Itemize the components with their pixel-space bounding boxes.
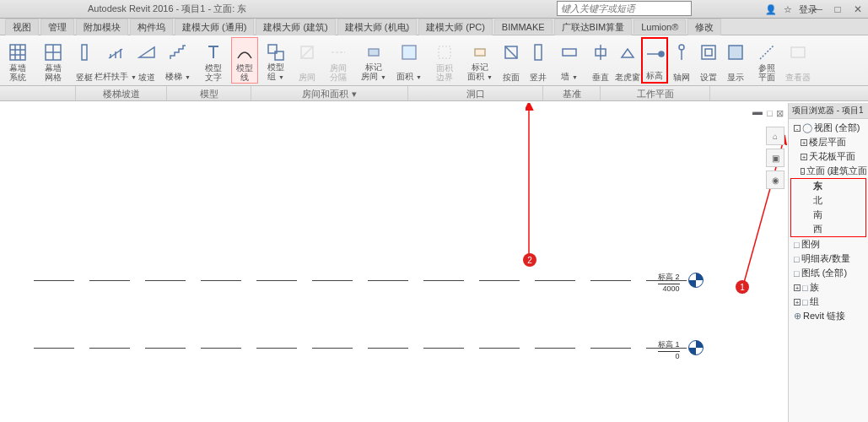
- expand-icon[interactable]: +: [801, 154, 807, 160]
- tree-item[interactable]: □明细表/数量: [790, 252, 866, 266]
- expand-icon[interactable]: +: [801, 139, 807, 146]
- ribbon-byface-button[interactable]: 按面: [498, 37, 525, 84]
- nav-wheel-icon[interactable]: ◉: [766, 170, 784, 189]
- level-line[interactable]: [34, 348, 702, 349]
- ribbon-rail-button[interactable]: 栏杆扶手 ▼: [98, 37, 133, 84]
- tab-建模大师 (机电)[interactable]: 建模大师 (机电): [337, 19, 417, 35]
- nav-home-icon[interactable]: ⌂: [766, 127, 784, 145]
- search-input[interactable]: [558, 3, 691, 14]
- expand-icon[interactable]: +: [794, 299, 801, 306]
- areabound-icon: [434, 42, 455, 62]
- tree-item[interactable]: 西: [790, 222, 866, 237]
- nav-cube-icon[interactable]: ▣: [766, 149, 784, 167]
- ribbon-set-button[interactable]: 设置: [695, 37, 722, 84]
- tree-item[interactable]: □图纸 (全部): [790, 266, 866, 280]
- tree-item[interactable]: 东: [790, 178, 866, 193]
- level-icon: [644, 44, 665, 64]
- expand-icon[interactable]: -: [794, 125, 801, 132]
- project-browser[interactable]: 项目浏览器 - 项目1 -◯视图 (全部)+楼层平面+天花板平面-立面 (建筑立…: [788, 103, 868, 422]
- ribbon-grid-button[interactable]: 幕墙系统: [0, 37, 35, 84]
- svg-rect-20: [439, 46, 450, 58]
- expand-icon[interactable]: -: [801, 168, 805, 175]
- svg-line-16: [301, 46, 313, 58]
- ribbon-shaft-button[interactable]: 竖井: [525, 37, 552, 84]
- group-icon: [266, 42, 286, 62]
- ribbon-text-button[interactable]: 模型文字: [196, 37, 231, 84]
- annotation-badge-1: 1: [736, 280, 749, 294]
- ribbon-roomtag-button[interactable]: 标记房间 ▼: [356, 37, 391, 84]
- group-label: 工作平面: [601, 86, 710, 100]
- level-marker-icon[interactable]: [688, 273, 704, 288]
- mini-restore-icon[interactable]: □: [767, 108, 773, 119]
- level-line[interactable]: [34, 280, 702, 281]
- browser-tree[interactable]: -◯视图 (全部)+楼层平面+天花板平面-立面 (建筑立面东北南西□图例□明细表…: [789, 119, 868, 325]
- ribbon-tabs: 视图管理附加模块构件坞建模大师 (通用)建模大师 (建筑)建模大师 (机电)建模…: [0, 19, 868, 35]
- level-marker-icon[interactable]: [688, 340, 704, 355]
- tree-item[interactable]: +□组: [790, 295, 866, 309]
- tree-icon: □: [794, 240, 800, 250]
- window-controls: — □ ✕: [807, 0, 868, 19]
- tree-item[interactable]: -◯视图 (全部): [790, 121, 866, 135]
- drawing-canvas[interactable]: 标高 24000标高 10 2 1: [0, 103, 788, 422]
- gridline-icon: [671, 42, 692, 62]
- tab-广联达BIM算量[interactable]: 广联达BIM算量: [554, 19, 633, 35]
- mini-close-icon[interactable]: ⊠: [776, 108, 784, 119]
- tree-item[interactable]: 南: [790, 208, 866, 222]
- ribbon-ramp-button[interactable]: 坡道: [133, 37, 160, 84]
- tree-item[interactable]: □图例: [790, 237, 866, 252]
- group-label: 楼梯坡道: [76, 86, 167, 100]
- tree-icon: □: [794, 268, 800, 279]
- ribbon-stair-button[interactable]: 楼梯 ▼: [160, 37, 196, 84]
- ribbon-roomsep-button: 房间分隔: [321, 37, 356, 84]
- info-icon[interactable]: 👤: [765, 4, 777, 15]
- tree-item[interactable]: +□族: [790, 280, 866, 295]
- tree-item[interactable]: +楼层平面: [790, 135, 866, 149]
- group-label: 模型: [167, 86, 251, 100]
- tree-item[interactable]: +天花板平面: [790, 149, 866, 164]
- tab-视图[interactable]: 视图: [5, 19, 39, 35]
- share-icon[interactable]: ☆: [784, 4, 792, 15]
- tab-构件坞[interactable]: 构件坞: [130, 19, 173, 35]
- ribbon-wall2-button[interactable]: 墙 ▼: [552, 37, 587, 84]
- ribbon-viewer-button: 查看器: [784, 37, 811, 84]
- ribbon-group-button[interactable]: 模型组 ▼: [258, 37, 294, 84]
- ribbon-gridline-button[interactable]: 轴网: [668, 37, 695, 84]
- ribbon-level-button[interactable]: 标高: [641, 37, 668, 84]
- tab-管理[interactable]: 管理: [40, 19, 74, 35]
- tree-icon: ⊕: [794, 311, 801, 322]
- expand-icon[interactable]: +: [794, 284, 801, 291]
- mullion-icon: [74, 42, 94, 62]
- ribbon-dormer-button[interactable]: 老虎窗: [614, 37, 641, 84]
- maximize-icon[interactable]: □: [828, 0, 848, 19]
- tree-item[interactable]: ⊕Revit 链接: [790, 309, 866, 323]
- tab-建模大师 (建筑)[interactable]: 建模大师 (建筑): [256, 19, 335, 35]
- minimize-icon[interactable]: —: [807, 0, 828, 19]
- area-icon: [399, 42, 419, 62]
- tab-建模大师 (PC)[interactable]: 建模大师 (PC): [418, 19, 493, 35]
- tab-修改[interactable]: 修改: [687, 19, 721, 35]
- ribbon-area-button[interactable]: 面积 ▼: [391, 37, 427, 84]
- tab-附加模块[interactable]: 附加模块: [76, 19, 128, 35]
- search-box[interactable]: [557, 1, 692, 16]
- group-label: 基准: [543, 86, 601, 100]
- shaft-icon: [528, 42, 548, 62]
- ribbon-show-button[interactable]: 显示: [722, 37, 749, 84]
- level-head[interactable]: 标高 10: [658, 339, 680, 360]
- ribbon-vert-button[interactable]: 垂直: [587, 37, 614, 84]
- tab-Lumion®[interactable]: Lumion®: [633, 19, 686, 34]
- ribbon-areatag-button[interactable]: 标记面积 ▼: [462, 37, 498, 84]
- tree-item[interactable]: 北: [790, 193, 866, 208]
- ribbon-grid2-button[interactable]: 幕墙网格: [35, 37, 71, 84]
- tree-item[interactable]: -立面 (建筑立面: [790, 164, 866, 178]
- tab-建模大师 (通用)[interactable]: 建模大师 (通用): [175, 19, 254, 35]
- tab-BIMMAKE[interactable]: BIMMAKE: [494, 19, 553, 34]
- close-icon[interactable]: ✕: [848, 0, 868, 19]
- mini-min-icon[interactable]: ➖: [752, 108, 763, 119]
- svg-rect-24: [535, 45, 542, 60]
- tree-icon: □: [802, 297, 808, 307]
- svg-line-23: [505, 46, 517, 58]
- level-head[interactable]: 标高 24000: [658, 272, 680, 293]
- rail-icon: [105, 42, 126, 62]
- ribbon-ref-button[interactable]: 参照平面: [749, 37, 784, 84]
- ribbon-line-button[interactable]: 模型线: [231, 37, 258, 84]
